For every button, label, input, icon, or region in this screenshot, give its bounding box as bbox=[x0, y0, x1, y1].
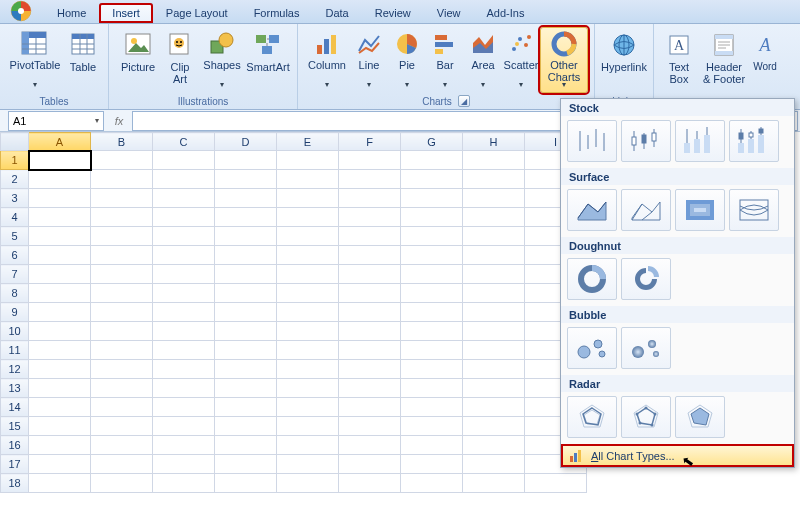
pivottable-button[interactable]: PivotTable ▾ bbox=[6, 27, 64, 93]
cell[interactable] bbox=[215, 265, 277, 284]
cell[interactable] bbox=[401, 303, 463, 322]
cell[interactable] bbox=[153, 284, 215, 303]
hyperlink-button[interactable]: Hyperlink bbox=[601, 27, 647, 93]
cell[interactable] bbox=[153, 398, 215, 417]
row-header[interactable]: 10 bbox=[1, 322, 29, 341]
cell[interactable] bbox=[277, 379, 339, 398]
cell[interactable] bbox=[91, 246, 153, 265]
cell[interactable] bbox=[339, 189, 401, 208]
bubble-chart-variant[interactable] bbox=[621, 327, 671, 369]
cell[interactable] bbox=[153, 189, 215, 208]
col-header[interactable]: B bbox=[91, 133, 153, 151]
cell[interactable] bbox=[215, 246, 277, 265]
cell[interactable] bbox=[401, 189, 463, 208]
cell[interactable] bbox=[277, 265, 339, 284]
cell[interactable] bbox=[339, 151, 401, 170]
cell[interactable] bbox=[215, 208, 277, 227]
stock-chart-variant[interactable] bbox=[567, 120, 617, 162]
col-header[interactable]: G bbox=[401, 133, 463, 151]
cell[interactable] bbox=[277, 398, 339, 417]
cell[interactable] bbox=[215, 189, 277, 208]
cell[interactable] bbox=[463, 398, 525, 417]
cell[interactable] bbox=[401, 417, 463, 436]
tab-data[interactable]: Data bbox=[312, 3, 361, 23]
cell[interactable] bbox=[91, 227, 153, 246]
cell[interactable] bbox=[29, 379, 91, 398]
row-header[interactable]: 18 bbox=[1, 474, 29, 493]
cell[interactable] bbox=[91, 303, 153, 322]
cell[interactable] bbox=[215, 474, 277, 493]
picture-button[interactable]: Picture bbox=[115, 27, 161, 93]
cell[interactable] bbox=[153, 227, 215, 246]
row-header[interactable]: 6 bbox=[1, 246, 29, 265]
office-button[interactable] bbox=[4, 0, 38, 23]
row-header[interactable]: 17 bbox=[1, 455, 29, 474]
cell[interactable] bbox=[339, 227, 401, 246]
cell[interactable] bbox=[277, 341, 339, 360]
cell[interactable] bbox=[339, 208, 401, 227]
cell[interactable] bbox=[463, 474, 525, 493]
row-header[interactable]: 8 bbox=[1, 284, 29, 303]
all-chart-types-button[interactable]: All Chart Types... ⬉ bbox=[561, 444, 794, 467]
row-header[interactable]: 2 bbox=[1, 170, 29, 189]
col-header[interactable]: D bbox=[215, 133, 277, 151]
cell[interactable] bbox=[401, 227, 463, 246]
cell[interactable] bbox=[215, 322, 277, 341]
cell[interactable] bbox=[29, 398, 91, 417]
cell[interactable] bbox=[29, 322, 91, 341]
row-header[interactable]: 4 bbox=[1, 208, 29, 227]
tab-home[interactable]: Home bbox=[44, 3, 99, 23]
cell[interactable] bbox=[153, 436, 215, 455]
col-header[interactable]: C bbox=[153, 133, 215, 151]
name-box[interactable]: A1 ▾ bbox=[8, 111, 104, 131]
cell[interactable] bbox=[277, 455, 339, 474]
surface-chart-variant[interactable] bbox=[729, 189, 779, 231]
col-header[interactable]: E bbox=[277, 133, 339, 151]
cell[interactable] bbox=[153, 360, 215, 379]
select-all-corner[interactable] bbox=[1, 133, 29, 151]
cell[interactable] bbox=[525, 474, 587, 493]
row-header[interactable]: 12 bbox=[1, 360, 29, 379]
smartart-button[interactable]: SmartArt bbox=[245, 27, 291, 93]
table-button[interactable]: Table bbox=[64, 27, 102, 93]
cell[interactable] bbox=[463, 189, 525, 208]
cell[interactable] bbox=[215, 417, 277, 436]
bubble-chart-variant[interactable] bbox=[567, 327, 617, 369]
row-header[interactable]: 1 bbox=[1, 151, 29, 170]
cell[interactable] bbox=[401, 341, 463, 360]
tab-add-ins[interactable]: Add-Ins bbox=[473, 3, 537, 23]
cell[interactable] bbox=[463, 284, 525, 303]
row-header[interactable]: 13 bbox=[1, 379, 29, 398]
row-header[interactable]: 3 bbox=[1, 189, 29, 208]
shapes-button[interactable]: Shapes ▾ bbox=[199, 27, 245, 93]
row-header[interactable]: 16 bbox=[1, 436, 29, 455]
cell[interactable] bbox=[339, 417, 401, 436]
radar-chart-variant[interactable] bbox=[621, 396, 671, 438]
cell[interactable] bbox=[215, 436, 277, 455]
stock-chart-variant[interactable] bbox=[621, 120, 671, 162]
cell[interactable] bbox=[29, 170, 91, 189]
cell[interactable] bbox=[463, 417, 525, 436]
cell[interactable] bbox=[339, 170, 401, 189]
cell[interactable] bbox=[29, 208, 91, 227]
cell[interactable] bbox=[339, 360, 401, 379]
cell[interactable] bbox=[339, 455, 401, 474]
cell[interactable] bbox=[463, 265, 525, 284]
cell[interactable] bbox=[401, 246, 463, 265]
cell[interactable] bbox=[277, 303, 339, 322]
col-header[interactable]: A bbox=[29, 133, 91, 151]
cell[interactable] bbox=[277, 436, 339, 455]
cell[interactable] bbox=[153, 208, 215, 227]
cell[interactable] bbox=[339, 322, 401, 341]
cell[interactable] bbox=[277, 322, 339, 341]
doughnut-chart-variant[interactable] bbox=[567, 258, 617, 300]
cell[interactable] bbox=[339, 436, 401, 455]
row-header[interactable]: 5 bbox=[1, 227, 29, 246]
cell[interactable] bbox=[401, 379, 463, 398]
cell[interactable] bbox=[29, 436, 91, 455]
cell[interactable] bbox=[153, 246, 215, 265]
cell[interactable] bbox=[29, 284, 91, 303]
cell[interactable] bbox=[463, 341, 525, 360]
cell[interactable] bbox=[91, 417, 153, 436]
header-footer-button[interactable]: Header & Footer bbox=[698, 27, 750, 93]
